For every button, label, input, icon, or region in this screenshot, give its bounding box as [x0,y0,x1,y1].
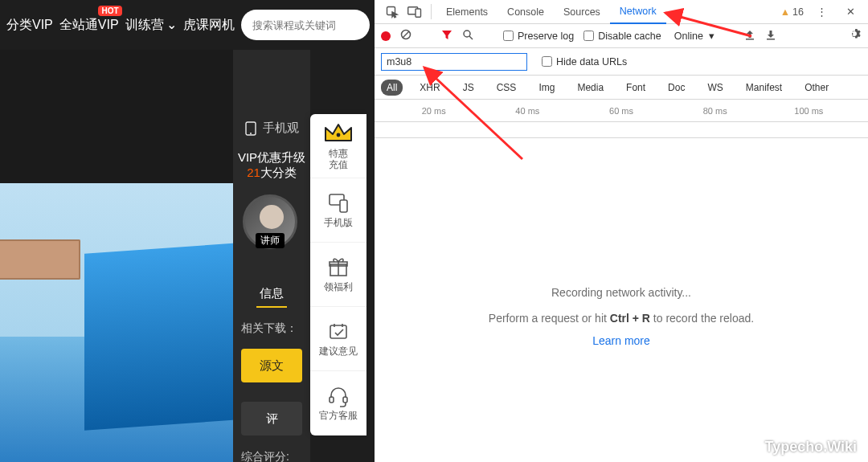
side-promo[interactable]: 特惠 充值 [310,114,366,178]
network-toolbar: Preserve log Disable cache Online ▾ [375,24,868,48]
text: 大分类 [260,166,297,179]
promo-line1[interactable]: 手机观 [233,121,310,136]
filter-manifest[interactable]: Manifest [740,80,788,96]
empty-title: Recording network activity... [375,286,868,299]
settings-icon[interactable] [849,28,862,43]
website-panel: 分类VIP 全站通VIP HOT 训练营⌄ 虎课网机 [0,0,375,462]
svg-rect-6 [340,200,347,212]
course-tabs: 信息 [233,281,310,308]
svg-rect-10 [330,325,346,338]
text: Perform a request or hit [489,312,610,325]
close-devtools-icon[interactable]: ✕ [839,6,862,18]
related-downloads-label: 相关下载： [241,321,297,336]
tab-info[interactable]: 信息 [256,281,287,308]
filter-media[interactable]: Media [571,80,609,96]
filter-css[interactable]: CSS [491,80,522,96]
search-wrap [241,10,370,40]
filter-img[interactable]: Img [533,80,560,96]
download-har-icon[interactable] [765,29,776,43]
filter-xhr[interactable]: XHR [414,80,445,96]
record-icon[interactable] [381,31,391,41]
svg-rect-15 [416,9,421,17]
tab-elements[interactable]: Elements [436,0,497,23]
preserve-log-checkbox[interactable]: Preserve log [503,31,574,42]
review-button[interactable]: 评 [241,402,302,435]
search-input[interactable] [252,19,387,31]
right-col: 手机观 VIP优惠升级 21大分类 讲师 信息 相关下载： 源文 评 综合评分: [233,50,310,462]
tab-network[interactable]: Network [610,0,666,24]
filter-js[interactable]: JS [457,80,480,96]
rating-label: 综合评分: [241,450,289,462]
filter-row: Hide data URLs [375,48,868,76]
promo-num: 21 [247,166,260,179]
nav-site-vip[interactable]: 全站通VIP HOT [59,17,119,34]
side-label: 手机版 [324,217,353,228]
disable-cache-checkbox[interactable]: Disable cache [583,31,661,42]
more-tabs-icon[interactable]: » [666,0,689,23]
floating-sidebar: 特惠 充值 手机版 领福利 建议意见 官方客服 [310,114,366,435]
btn-label: 源文 [260,358,284,374]
checkbox-label: Preserve log [518,31,574,42]
nav-label: 全站通VIP [59,18,119,31]
nav-category-vip[interactable]: 分类VIP [6,17,53,34]
nav-training[interactable]: 训练营⌄ [125,17,177,34]
top-nav: 分类VIP 全站通VIP HOT 训练营⌄ 虎课网机 [0,0,375,50]
filter-icon[interactable] [441,29,452,43]
throttling-select[interactable]: Online ▾ [674,30,714,42]
filter-other[interactable]: Other [799,80,834,96]
side-feedback[interactable]: 建议意见 [310,307,366,371]
phone-icon [245,121,256,136]
empty-hint: Perform a request or hit Ctrl + R to rec… [375,312,868,325]
tick: 40 ms [515,106,539,116]
inspect-icon[interactable] [381,0,403,23]
clear-icon[interactable] [400,29,411,43]
tick: 100 ms [794,106,823,116]
source-file-button[interactable]: 源文 [241,349,302,382]
type-filters: All XHR JS CSS Img Media Font Doc WS Man… [375,76,868,100]
filter-all[interactable]: All [381,80,403,96]
search-icon[interactable] [462,29,473,43]
devices-icon [327,192,350,215]
count: 16 [792,6,804,18]
tab-console[interactable]: Console [497,0,554,23]
promo-line2[interactable]: VIP优惠升级 21大分类 [233,150,310,181]
search-box[interactable] [241,10,370,40]
svg-line-17 [403,31,409,38]
crown-icon [323,121,354,145]
warning-count[interactable]: ▲16 [780,6,804,18]
label: Online [674,31,703,42]
devtools-panel: Elements Console Sources Network » ▲16 ⋮… [375,0,868,462]
nav-site-name[interactable]: 虎课网机 [183,17,235,34]
chevron-down-icon: ⌄ [166,18,177,31]
filter-doc[interactable]: Doc [662,80,690,96]
filter-ws[interactable]: WS [702,80,728,96]
filter-font[interactable]: Font [620,80,651,96]
svg-point-18 [464,31,470,37]
side-support[interactable]: 官方客服 [310,371,366,435]
timeline-ruler[interactable]: 20 ms 40 ms 60 ms 80 ms 100 ms [375,100,868,122]
side-mobile[interactable]: 手机版 [310,178,366,243]
warning-icon: ▲ [780,6,790,18]
empty-state: Recording network activity... Perform a … [375,286,868,347]
device-toggle-icon[interactable] [403,0,426,23]
teacher-tag: 讲师 [256,233,285,248]
promo-block: 手机观 VIP优惠升级 21大分类 [233,121,310,181]
svg-line-19 [469,36,473,39]
timeline-track[interactable] [375,122,868,138]
svg-point-4 [337,133,341,137]
svg-rect-21 [767,39,775,40]
upload-har-icon[interactable] [744,29,755,43]
kebab-icon[interactable]: ⋮ [810,6,833,18]
tick: 80 ms [703,106,727,116]
svg-rect-20 [746,39,754,40]
checkbox-label: Hide data URLs [556,56,627,67]
gift-icon [327,256,350,279]
nav-label: 虎课网机 [183,18,235,31]
hide-data-urls-checkbox[interactable]: Hide data URLs [542,56,627,67]
filter-input[interactable] [381,53,527,71]
learn-more-link[interactable]: Learn more [592,334,650,347]
left-col [0,50,233,462]
tab-sources[interactable]: Sources [554,0,610,23]
side-gift[interactable]: 领福利 [310,243,366,307]
course-thumbnail[interactable] [0,183,233,462]
